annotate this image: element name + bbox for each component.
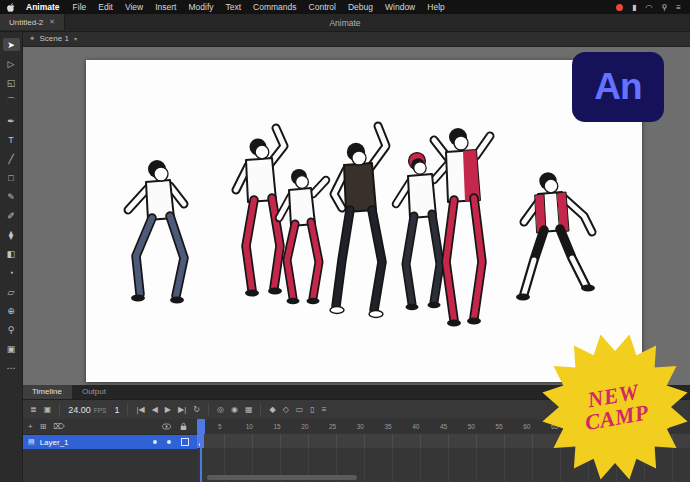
visibility-eye-icon[interactable] xyxy=(162,423,171,430)
layer-state-dots xyxy=(153,438,191,446)
pen-tool-icon[interactable]: ✒ xyxy=(3,114,20,127)
divider xyxy=(127,404,128,415)
chevron-down-icon[interactable]: ▾ xyxy=(74,35,77,42)
scene-breadcrumb[interactable]: Scene 1 xyxy=(40,34,69,43)
lock-icon[interactable] xyxy=(180,422,187,431)
camera-icon[interactable]: ▣ xyxy=(44,405,52,414)
apple-logo-icon xyxy=(7,3,15,12)
animate-app-window: Animate FileEditViewInsertModifyTextComm… xyxy=(0,0,690,482)
battery-icon[interactable]: ▮ xyxy=(632,3,636,12)
scene-icon: ⌖ xyxy=(30,34,35,44)
onion-skin-outlines-icon[interactable]: ◉ xyxy=(231,405,238,414)
fps-label: FPS xyxy=(94,407,107,414)
layer-lock-dot[interactable] xyxy=(167,440,171,444)
menu-app-name[interactable]: Animate xyxy=(19,2,67,12)
layer-visibility-dot[interactable] xyxy=(153,440,157,444)
camera-tool-icon[interactable]: ▣ xyxy=(3,342,20,355)
document-tab[interactable]: Untitled-2 ✕ xyxy=(0,14,65,30)
menu-modify[interactable]: Modify xyxy=(182,2,219,12)
line-tool-icon[interactable]: ╱ xyxy=(3,152,20,165)
tab-output[interactable]: Output xyxy=(72,385,116,399)
tab-timeline[interactable]: Timeline xyxy=(22,385,72,399)
timeline-toolbar-left: ≣▣ xyxy=(30,405,51,414)
wifi-icon[interactable]: ◠ xyxy=(645,3,652,12)
insert-frame-icon[interactable]: ▭ xyxy=(296,405,304,414)
apple-menu-icon[interactable] xyxy=(7,3,15,12)
insert-blank-keyframe-icon[interactable]: ◇ xyxy=(283,405,289,414)
search-icon[interactable]: ⚲ xyxy=(661,3,667,12)
subselection-tool-icon[interactable]: ▷ xyxy=(3,57,20,70)
menu-edit[interactable]: Edit xyxy=(92,2,119,12)
insert-keyframe-icon[interactable]: ◆ xyxy=(269,405,275,414)
bone-tool-icon[interactable]: ⧫ xyxy=(3,228,20,241)
layer-row-layer1[interactable]: ▤ Layer_1 xyxy=(22,435,197,449)
free-transform-tool-icon[interactable]: ◱ xyxy=(3,76,20,89)
zoom-tool-icon[interactable]: ⚲ xyxy=(3,323,20,336)
menu-file[interactable]: File xyxy=(67,2,93,12)
ruler-number: 5 xyxy=(218,423,222,430)
new-folder-icon[interactable]: ⊞ xyxy=(40,422,47,431)
dancer-6 xyxy=(434,128,490,327)
dancer-1 xyxy=(128,160,184,304)
step-back-icon[interactable]: ◀ xyxy=(152,405,158,414)
frame-edit-controls: ◆◇▭▯≡ xyxy=(269,405,326,414)
more-tools-tool-icon[interactable]: ⋯ xyxy=(3,361,20,374)
menu-help[interactable]: Help xyxy=(421,2,450,12)
current-frame-indicator[interactable]: 1 xyxy=(114,405,119,415)
selection-tool-icon[interactable]: ➤ xyxy=(3,38,20,51)
record-dot[interactable] xyxy=(616,4,623,11)
paint-bucket-tool-icon[interactable]: ◧ xyxy=(3,247,20,260)
loop-icon[interactable]: ↻ xyxy=(193,405,200,414)
brush-tool-icon[interactable]: ✐ xyxy=(3,209,20,222)
onion-skin-icon[interactable]: ◎ xyxy=(217,405,224,414)
new-camp-badge-text: NEW CAMP xyxy=(528,320,690,482)
layer-parenting-icon[interactable]: ≣ xyxy=(30,405,37,414)
menu-items: FileEditViewInsertModifyTextCommandsCont… xyxy=(67,2,451,12)
playhead-handle[interactable] xyxy=(197,419,205,434)
layer-outline-color[interactable] xyxy=(181,438,189,446)
pencil-tool-icon[interactable]: ✎ xyxy=(3,190,20,203)
close-tab-icon[interactable]: ✕ xyxy=(49,18,55,26)
divider xyxy=(260,404,261,415)
control-center-icon[interactable]: ≡ xyxy=(676,3,681,12)
ruler-number: 40 xyxy=(412,423,419,430)
menu-control[interactable]: Control xyxy=(303,2,342,12)
text-tool-icon[interactable]: T xyxy=(3,133,20,146)
remove-frame-icon[interactable]: ▯ xyxy=(310,405,314,414)
eyedropper-tool-icon[interactable]: ◔ xyxy=(3,266,20,279)
menu-commands[interactable]: Commands xyxy=(247,2,302,12)
ruler-number: 10 xyxy=(246,423,253,430)
go-to-first-frame-icon[interactable]: |◀ xyxy=(136,405,144,414)
new-camp-badge: NEW CAMP xyxy=(540,332,690,482)
step-forward-icon[interactable]: ▶| xyxy=(178,405,186,414)
eraser-tool-icon[interactable]: ▱ xyxy=(3,285,20,298)
dancer-4 xyxy=(330,126,386,318)
menu-insert[interactable]: Insert xyxy=(149,2,182,12)
layer-name[interactable]: Layer_1 xyxy=(40,438,69,447)
frame-rate-control[interactable]: 24.00 FPS xyxy=(68,405,106,415)
menu-debug[interactable]: Debug xyxy=(342,2,379,12)
playback-controls: |◀◀▶▶|↻ xyxy=(136,405,199,414)
ruler-number: 25 xyxy=(329,423,336,430)
menu-view[interactable]: View xyxy=(119,2,149,12)
fps-value[interactable]: 24.00 xyxy=(68,405,91,415)
play-icon[interactable]: ▶ xyxy=(165,405,171,414)
rectangle-tool-icon[interactable]: □ xyxy=(3,171,20,184)
new-layer-icon[interactable]: + xyxy=(28,422,33,431)
timeline-horizontal-scrollbar[interactable] xyxy=(207,475,357,480)
hand-tool-icon[interactable]: ⊕ xyxy=(3,304,20,317)
layer-column-headers xyxy=(162,422,191,431)
edit-multiple-frames-icon[interactable]: ▦ xyxy=(245,405,253,414)
menu-window[interactable]: Window xyxy=(379,2,421,12)
window-title: Animate xyxy=(0,18,690,28)
scene-bar: ⌖ Scene 1 ▾ xyxy=(22,31,690,47)
dancer-3 xyxy=(279,169,326,304)
frame-view-options-icon[interactable]: ≡ xyxy=(322,405,327,414)
menu-text[interactable]: Text xyxy=(220,2,248,12)
ruler-number: 35 xyxy=(384,423,391,430)
divider xyxy=(208,404,209,415)
lasso-tool-icon[interactable]: ⌒ xyxy=(3,95,20,108)
delete-layer-icon[interactable]: ⌦ xyxy=(53,422,64,431)
onion-skin-controls: ◎◉▦ xyxy=(217,405,253,414)
ruler-number: 55 xyxy=(495,423,502,430)
